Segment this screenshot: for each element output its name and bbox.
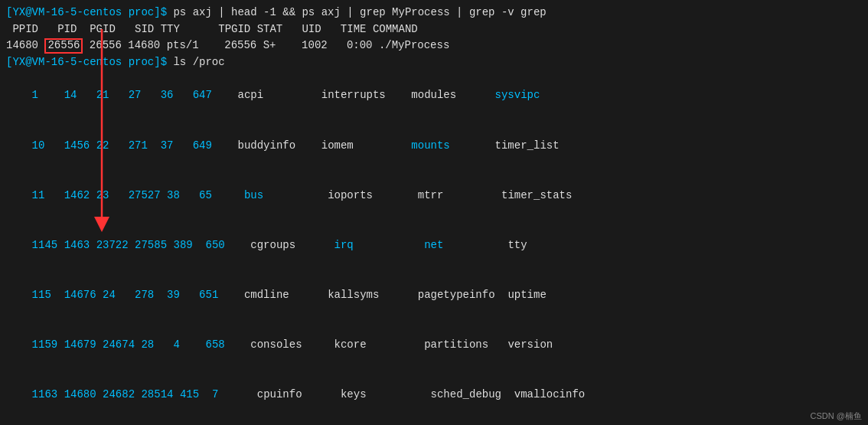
watermark: CSDN @楠鱼	[811, 410, 862, 422]
command-line-2: [YX@VM-16-5-centos proc]$ ls /proc	[6, 54, 862, 71]
ls-row-8: 12 16 25 29 421 8 crypto key-users sched…	[6, 420, 862, 425]
ls-row-6: 1159 14679 24674 28 4 658 consoles kcore…	[6, 320, 862, 370]
command-line-1: [YX@VM-16-5-centos proc]$ ps axj | head …	[6, 5, 862, 21]
ps-result: 14680 26556 26556 14680 pts/1 26556 S+ 1…	[6, 38, 862, 54]
ls-row-7: 1163 14680 24682 28514 415 7 cpuinfo key…	[6, 370, 862, 420]
ls-row-1: 1 14 21 27 36 647 acpi interrupts module…	[6, 71, 862, 121]
terminal: [YX@VM-16-5-centos proc]$ ps axj | head …	[0, 0, 868, 425]
ls-row-5: 115 14676 24 278 39 651 cmdline kallsyms…	[6, 270, 862, 320]
pid-box-top: 26556	[44, 38, 83, 53]
ls-row-2: 10 1456 22 271 37 649 buddyinfo iomem mo…	[6, 121, 862, 171]
ps-header: PPID PID PGID SID TTY TPGID STAT UID TIM…	[6, 21, 862, 38]
ls-row-3: 11 1462 23 27527 38 65 bus ioports mtrr …	[6, 171, 862, 221]
ls-row-4: 1145 1463 23722 27585 389 650 cgroups ir…	[6, 221, 862, 270]
